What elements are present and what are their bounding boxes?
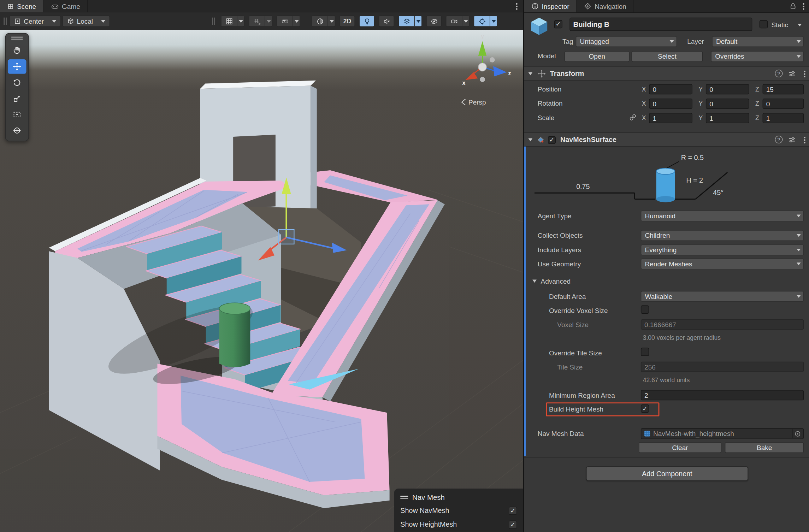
view-gizmo-center[interactable] bbox=[478, 63, 486, 71]
navmeshsurface-foldout-icon[interactable] bbox=[528, 138, 533, 141]
agent-type-dropdown[interactable]: Humanoid bbox=[641, 211, 804, 221]
scene-lighting-toggle[interactable] bbox=[359, 16, 374, 27]
override-voxel-size-checkbox[interactable] bbox=[641, 306, 649, 314]
palette-drag-handle[interactable] bbox=[11, 36, 23, 41]
position-y-label: Y bbox=[698, 85, 703, 93]
scene-pane-menu-icon[interactable] bbox=[513, 0, 520, 12]
transform-help-icon[interactable]: ? bbox=[775, 70, 783, 77]
override-tile-size-checkbox[interactable] bbox=[641, 348, 649, 356]
gameobject-name-field[interactable]: Building B bbox=[569, 18, 752, 31]
grid-snap-group bbox=[249, 16, 272, 27]
scene-camera-group bbox=[446, 16, 470, 27]
model-open-button[interactable]: Open bbox=[565, 51, 630, 62]
gameobject-enabled-checkbox[interactable]: ✓ bbox=[554, 20, 562, 28]
minimum-region-area-field[interactable]: 2 bbox=[641, 390, 804, 400]
position-z-field[interactable]: 15 bbox=[763, 84, 804, 94]
show-heightmesh-checkbox[interactable]: ✓ bbox=[509, 520, 517, 528]
grid-visibility-toggle[interactable] bbox=[222, 16, 237, 26]
lock-icon[interactable] bbox=[790, 2, 797, 10]
scene-visibility-toggle[interactable] bbox=[426, 16, 442, 27]
toolbar-drag-handle-2[interactable] bbox=[212, 18, 216, 25]
transform-menu-icon[interactable] bbox=[801, 70, 808, 78]
scene-camera-dropdown[interactable] bbox=[462, 16, 469, 26]
navmeshsurface-enabled-checkbox[interactable]: ✓ bbox=[548, 136, 556, 144]
scene-camera-button[interactable] bbox=[446, 16, 462, 26]
view-gizmo-neg-axis-2[interactable] bbox=[480, 77, 485, 82]
use-geometry-dropdown[interactable]: Render Meshes bbox=[641, 259, 804, 270]
inspector-menu-icon[interactable] bbox=[800, 0, 807, 12]
scale-y-field[interactable]: 1 bbox=[706, 113, 749, 123]
2d-mode-toggle[interactable]: 2D bbox=[339, 16, 355, 27]
navmeshsurface-component-header[interactable]: ✓ NavMeshSurface ? bbox=[524, 132, 809, 147]
model-select-button[interactable]: Select bbox=[632, 51, 703, 62]
tag-dropdown[interactable]: Untagged bbox=[576, 36, 677, 47]
advanced-foldout-icon[interactable] bbox=[532, 280, 537, 283]
tab-game[interactable]: Game bbox=[44, 0, 88, 12]
add-component-button[interactable]: Add Component bbox=[586, 466, 748, 481]
position-x-field[interactable]: 0 bbox=[649, 84, 692, 94]
tab-navigation[interactable]: Navigation bbox=[577, 0, 634, 12]
clear-button[interactable]: Clear bbox=[639, 442, 721, 453]
tab-navigation-label: Navigation bbox=[595, 2, 626, 10]
shading-mode-dropdown[interactable] bbox=[327, 16, 335, 26]
agent-type-label: Agent Type bbox=[538, 212, 572, 220]
shading-mode-button[interactable] bbox=[312, 16, 328, 26]
orientation-mode-button[interactable]: Local bbox=[63, 16, 110, 27]
scale-z-field[interactable]: 1 bbox=[763, 113, 804, 123]
view-gizmo-neg-axis[interactable] bbox=[490, 57, 495, 63]
navmeshsurface-help-icon[interactable]: ? bbox=[775, 136, 783, 143]
transform-foldout-icon[interactable] bbox=[528, 72, 533, 75]
ruler-toggle[interactable] bbox=[277, 16, 293, 26]
bake-button[interactable]: Bake bbox=[725, 442, 804, 453]
move-tool-button[interactable] bbox=[8, 59, 26, 74]
move-gizmo-center[interactable] bbox=[279, 230, 294, 244]
scene-viewport[interactable]: y x z Persp bbox=[0, 30, 523, 532]
show-navmesh-checkbox[interactable]: ✓ bbox=[509, 506, 517, 514]
grid-snap-toggle[interactable] bbox=[249, 16, 265, 26]
rotate-tool-button[interactable] bbox=[8, 75, 26, 90]
static-checkbox[interactable] bbox=[760, 20, 768, 28]
gizmos-dropdown[interactable] bbox=[490, 16, 497, 26]
navmeshsurface-menu-icon[interactable] bbox=[801, 136, 808, 144]
scale-tool-button[interactable] bbox=[8, 91, 26, 106]
include-layers-dropdown[interactable]: Everything bbox=[641, 244, 804, 255]
build-height-mesh-checkbox[interactable]: ✓ bbox=[641, 404, 649, 413]
scene-audio-toggle[interactable] bbox=[379, 16, 394, 27]
pivot-mode-button[interactable]: Center bbox=[9, 16, 61, 27]
gizmos-toggle[interactable] bbox=[474, 16, 490, 26]
overlay-handle-icon[interactable] bbox=[400, 496, 408, 499]
static-dropdown-arrow-icon[interactable] bbox=[798, 24, 802, 26]
navigation-tab-icon bbox=[584, 2, 591, 10]
default-area-dropdown[interactable]: Walkable bbox=[641, 291, 804, 302]
rotation-x-field[interactable]: 0 bbox=[649, 99, 692, 109]
toolbar-drag-handle[interactable] bbox=[3, 18, 7, 25]
scale-x-field[interactable]: 1 bbox=[649, 113, 692, 123]
object-picker-icon[interactable] bbox=[792, 429, 802, 438]
layer-dropdown[interactable]: Default bbox=[712, 36, 804, 47]
transform-tool-icon bbox=[12, 126, 22, 135]
ruler-dropdown[interactable] bbox=[293, 16, 300, 26]
diagram-height-label: H = 2 bbox=[686, 176, 703, 184]
collect-objects-dropdown[interactable]: Children bbox=[641, 230, 804, 241]
navmeshsurface-presets-icon[interactable] bbox=[789, 136, 796, 145]
position-y-field[interactable]: 0 bbox=[706, 84, 749, 94]
scale-link-icon[interactable] bbox=[630, 114, 636, 122]
transform-presets-icon[interactable] bbox=[789, 70, 796, 79]
grid-snap-dropdown[interactable] bbox=[265, 16, 272, 26]
scene-effects-toggle[interactable] bbox=[399, 16, 414, 26]
rotation-z-field[interactable]: 0 bbox=[763, 99, 804, 109]
view-tool-button[interactable] bbox=[8, 43, 26, 58]
overrides-dropdown[interactable]: Overrides bbox=[711, 51, 804, 62]
tab-inspector[interactable]: Inspector bbox=[524, 0, 577, 12]
tab-scene[interactable]: Scene bbox=[0, 0, 44, 12]
transform-tool-button[interactable] bbox=[8, 123, 26, 138]
rotation-y-field[interactable]: 0 bbox=[706, 99, 749, 109]
nav-mesh-data-field[interactable]: NavMesh-with_heightmesh bbox=[641, 428, 804, 439]
rect-tool-button[interactable] bbox=[8, 107, 26, 122]
orientation-mode-label: Local bbox=[77, 17, 93, 25]
scene-3d-render[interactable]: y x z Persp bbox=[0, 30, 523, 532]
grid-options-dropdown[interactable] bbox=[237, 16, 244, 26]
camera-icon bbox=[450, 17, 458, 25]
transform-component-header[interactable]: Transform ? bbox=[524, 66, 809, 81]
scene-effects-dropdown[interactable] bbox=[414, 16, 421, 26]
